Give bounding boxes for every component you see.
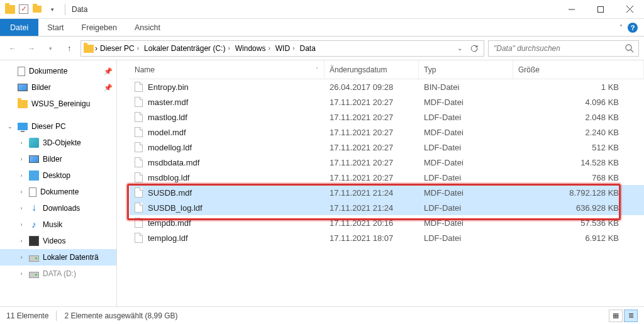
file-row[interactable]: model.mdf 17.11.2021 20:27 MDF-Datei 2.2… [130, 125, 644, 140]
search-icon[interactable] [625, 43, 635, 53]
nav-label: Dieser PC [31, 122, 66, 131]
ribbon-file-tab[interactable]: Datei [0, 19, 38, 36]
col-date[interactable]: Änderungsdatum [325, 60, 419, 79]
file-row[interactable]: master.mdf 17.11.2021 20:27 MDF-Datei 4.… [130, 94, 644, 109]
music-icon: ♪ [29, 220, 39, 230]
cube-icon [29, 138, 39, 148]
nav-thispc-item[interactable]: › Desktop [0, 167, 116, 184]
file-row[interactable]: tempdb.mdf 17.11.2021 20:16 MDF-Datei 57… [130, 215, 644, 230]
file-row[interactable]: modellog.ldf 17.11.2021 20:27 LDF-Datei … [130, 140, 644, 155]
checkbox-icon[interactable]: ✓ [19, 4, 28, 14]
ribbon: Datei Start Freigeben Ansicht ˅ ? [0, 19, 644, 36]
refresh-button[interactable] [467, 42, 481, 55]
ribbon-tab-start[interactable]: Start [38, 19, 72, 36]
maximize-button[interactable] [586, 0, 615, 19]
chevron-right-icon[interactable]: › [18, 271, 25, 277]
file-row[interactable]: templog.ldf 17.11.2021 18:07 LDF-Datei 6… [130, 230, 644, 245]
help-icon[interactable]: ? [628, 23, 638, 33]
chevron-right-icon[interactable]: › [18, 172, 25, 179]
status-bar: 11 Elemente 2 Elemente ausgewählt (8,99 … [0, 306, 644, 324]
nav-thispc[interactable]: ⌄ Dieser PC [0, 118, 116, 135]
nav-thispc-item[interactable]: › Videos [0, 233, 116, 249]
nav-thispc-item[interactable]: › ♪ Musik [0, 216, 116, 233]
crumb-thispc[interactable]: Dieser PC› [99, 44, 142, 53]
crumb-drive[interactable]: Lokaler Datenträger (C:)› [143, 44, 233, 53]
nav-quick-item[interactable]: Bilder 📌 [0, 79, 116, 96]
chevron-right-icon[interactable]: › [18, 140, 25, 146]
nav-label: Lokaler Datenträ [43, 253, 99, 262]
file-date: 17.11.2021 21:24 [325, 188, 419, 198]
recent-dropdown-icon[interactable]: ▾ [43, 41, 58, 56]
ribbon-expand-icon[interactable]: ˅ [619, 24, 623, 31]
col-type[interactable]: Typ [419, 60, 513, 79]
file-type: MDF-Datei [419, 188, 513, 198]
file-name: SUSDB_log.ldf [148, 203, 203, 213]
forward-button[interactable]: → [24, 41, 39, 56]
file-row[interactable]: msdbdata.mdf 17.11.2021 20:27 MDF-Datei … [130, 155, 644, 170]
file-row[interactable]: mastlog.ldf 17.11.2021 20:27 LDF-Datei 2… [130, 109, 644, 125]
col-name[interactable]: Name˄ [130, 60, 325, 79]
file-name: SUSDB.mdf [148, 188, 192, 198]
separator [65, 4, 65, 15]
ribbon-tab-view[interactable]: Ansicht [126, 19, 169, 36]
file-date: 17.11.2021 20:16 [325, 218, 419, 228]
navbar: ← → ▾ ↑ › Dieser PC› Lokaler Datenträger… [0, 36, 644, 60]
chevron-right-icon[interactable]: › [18, 156, 25, 162]
file-name: mastlog.ldf [148, 113, 187, 122]
file-size: 636.928 KB [513, 203, 644, 213]
file-icon [135, 218, 143, 228]
nav-thispc-item[interactable]: › Bilder [0, 151, 116, 167]
up-button[interactable]: ↑ [62, 41, 77, 56]
chevron-right-icon[interactable]: › [267, 45, 271, 52]
minimize-button[interactable] [557, 0, 586, 19]
chevron-right-icon[interactable]: › [18, 238, 25, 244]
nav-thispc-item[interactable]: › Lokaler Datenträ [0, 249, 116, 265]
view-details-button[interactable]: ≣ [624, 310, 638, 322]
search-input[interactable] [492, 43, 625, 53]
file-row[interactable]: Entropy.bin 26.04.2017 09:28 BIN-Datei 1… [130, 79, 644, 94]
file-date: 26.04.2017 09:28 [325, 82, 419, 92]
file-size: 8.792.128 KB [513, 188, 644, 198]
separator [56, 311, 57, 321]
view-toggle: ▦ ≣ [609, 310, 638, 322]
nav-thispc-item[interactable]: › 3D-Objekte [0, 135, 116, 151]
file-row[interactable]: msdblog.ldf 17.11.2021 20:27 LDF-Datei 7… [130, 170, 644, 185]
nav-thispc-item[interactable]: › DATA (D:) [0, 265, 116, 282]
chevron-right-icon[interactable]: › [95, 44, 97, 53]
search-box[interactable] [488, 40, 639, 57]
nav-thispc-item[interactable]: › Dokumente [0, 184, 116, 200]
back-button[interactable]: ← [5, 41, 20, 56]
file-icon [135, 157, 143, 167]
chevron-right-icon[interactable]: › [18, 189, 25, 195]
crumb-windows[interactable]: Windows› [234, 44, 273, 53]
qat-dropdown-icon[interactable]: ▾ [46, 3, 58, 16]
chevron-right-icon[interactable]: › [18, 205, 25, 211]
col-size[interactable]: Größe [513, 60, 644, 79]
file-row[interactable]: SUSDB.mdf 17.11.2021 21:24 MDF-Datei 8.7… [130, 185, 644, 200]
pic-icon [18, 84, 28, 91]
file-type: MDF-Datei [419, 128, 513, 137]
file-type: MDF-Datei [419, 98, 513, 107]
file-icon [135, 112, 143, 122]
nav-quick-item[interactable]: Dokumente 📌 [0, 63, 116, 79]
nav-quick-item[interactable]: WSUS_Bereinigu [0, 96, 116, 112]
chevron-right-icon[interactable]: › [18, 254, 25, 260]
file-size: 768 KB [513, 173, 644, 182]
nav-label: Dokumente [40, 187, 79, 196]
chevron-right-icon[interactable]: › [291, 45, 296, 52]
crumb-wid[interactable]: WID› [274, 44, 297, 53]
crumb-data[interactable]: Data [298, 44, 316, 53]
address-dropdown-icon[interactable]: ⌄ [455, 45, 465, 52]
chevron-right-icon[interactable]: › [136, 45, 140, 52]
chevron-right-icon[interactable]: › [18, 221, 25, 228]
address-bar[interactable]: › Dieser PC› Lokaler Datenträger (C:)› W… [80, 40, 484, 57]
nav-thispc-item[interactable]: › ↓ Downloads [0, 200, 116, 216]
close-button[interactable] [615, 0, 644, 19]
file-date: 17.11.2021 21:24 [325, 203, 419, 213]
file-icon [135, 97, 143, 107]
view-large-icons-button[interactable]: ▦ [609, 310, 623, 322]
ribbon-tab-share[interactable]: Freigeben [73, 19, 126, 36]
chevron-right-icon[interactable]: › [226, 45, 231, 52]
file-row[interactable]: SUSDB_log.ldf 17.11.2021 21:24 LDF-Datei… [130, 200, 644, 215]
chevron-down-icon[interactable]: ⌄ [6, 123, 14, 130]
